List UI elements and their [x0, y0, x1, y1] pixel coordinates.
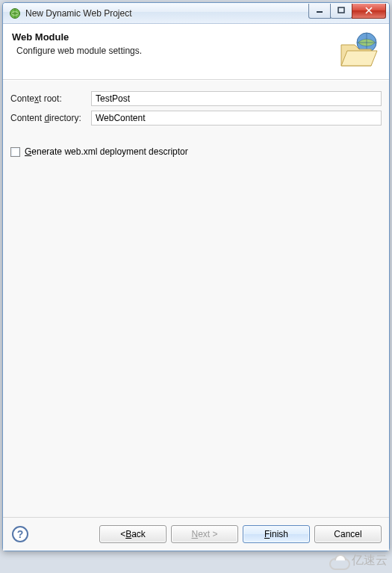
context-root-label: Context root:: [10, 93, 91, 104]
content-directory-label: Content directory:: [10, 113, 91, 123]
context-root-row: Context root:: [10, 91, 382, 106]
watermark: 亿速云: [328, 553, 388, 569]
next-button[interactable]: Next >: [171, 525, 238, 543]
generate-webxml-label: Generate web.xml deployment descriptor: [25, 146, 188, 157]
content-directory-row: Content directory:: [10, 111, 382, 126]
help-button[interactable]: ?: [12, 526, 28, 542]
app-icon: [9, 7, 21, 19]
close-button[interactable]: [352, 4, 386, 19]
back-button[interactable]: < Back: [99, 525, 167, 543]
page-title: Web Module: [12, 31, 332, 43]
generate-webxml-checkbox[interactable]: [10, 147, 20, 157]
wizard-button-bar: ? < Back Next > Finish Cancel: [3, 517, 389, 551]
content-directory-input[interactable]: [91, 111, 382, 126]
finish-button[interactable]: Finish: [243, 525, 310, 543]
wizard-content: Context root: Content directory: Generat…: [3, 80, 389, 517]
wizard-banner-icon: [337, 31, 380, 69]
svg-rect-2: [338, 7, 344, 13]
dialog-window: New Dynamic Web Project Web Module Confi…: [2, 2, 390, 551]
context-root-input[interactable]: [91, 91, 382, 106]
page-subtitle: Configure web module settings.: [16, 46, 332, 56]
svg-rect-1: [317, 11, 323, 13]
wizard-header: Web Module Configure web module settings…: [3, 24, 389, 80]
minimize-button[interactable]: [308, 4, 331, 19]
cloud-icon: [328, 554, 349, 569]
window-buttons: [309, 4, 386, 19]
watermark-text: 亿速云: [352, 553, 388, 569]
title-bar[interactable]: New Dynamic Web Project: [3, 3, 389, 24]
maximize-button[interactable]: [330, 4, 352, 19]
cancel-button[interactable]: Cancel: [314, 525, 382, 543]
window-title: New Dynamic Web Project: [25, 8, 309, 19]
help-icon: ?: [17, 528, 24, 540]
generate-webxml-row[interactable]: Generate web.xml deployment descriptor: [10, 146, 382, 157]
